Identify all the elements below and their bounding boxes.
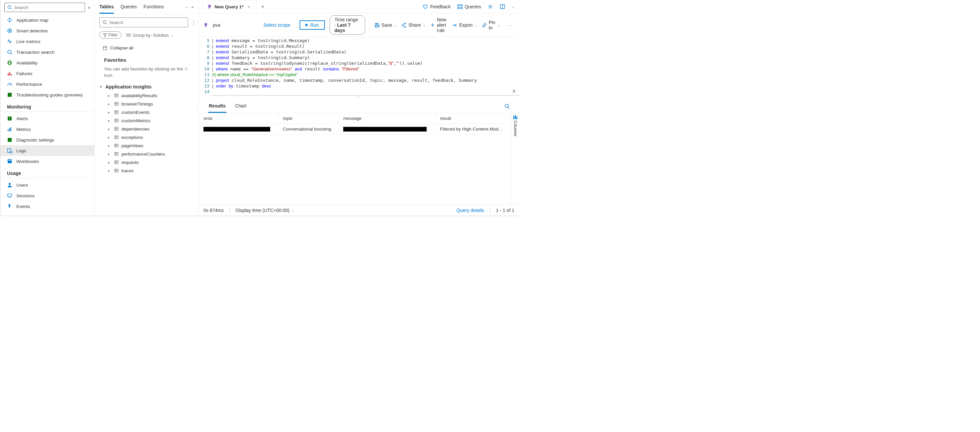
- resize-handle-icon[interactable]: ⋮: [196, 108, 199, 112]
- caret-right-icon: ▸: [108, 152, 111, 156]
- pin-button[interactable]: Pin to⌄: [482, 20, 500, 30]
- table-browserTimings[interactable]: ▸browserTimings: [95, 100, 199, 108]
- table-exceptions[interactable]: ▸exceptions: [95, 133, 199, 142]
- svg-point-29: [9, 183, 11, 185]
- query-duration: 0s 874ms: [204, 208, 224, 213]
- nav-item-label: Sessions: [16, 193, 35, 198]
- collapse-all-button[interactable]: Collapse all: [95, 41, 199, 53]
- nav-search-input[interactable]: [4, 3, 85, 12]
- add-tab-button[interactable]: +: [256, 4, 269, 10]
- svg-rect-13: [8, 73, 9, 75]
- timerange-picker[interactable]: Time range : Last 7 days: [329, 15, 365, 35]
- caret-right-icon: ▸: [108, 119, 111, 123]
- column-header[interactable]: onId: [199, 113, 278, 124]
- nav-item-label: Availability: [16, 61, 38, 65]
- table-requests[interactable]: ▸requests: [95, 158, 199, 167]
- results-tab-results[interactable]: Results: [208, 99, 226, 113]
- svg-point-79: [402, 24, 403, 26]
- table-availabilityResults[interactable]: ▸availabilityResults: [95, 91, 199, 100]
- chevron-down-icon[interactable]: ⌄: [512, 5, 514, 8]
- table-row[interactable]: Conversational boostingFiltered by High …: [199, 124, 511, 134]
- results-search-icon[interactable]: [504, 104, 510, 109]
- nav-item-events[interactable]: Events: [0, 201, 94, 212]
- column-header[interactable]: result: [435, 113, 511, 124]
- columns-panel-toggle[interactable]: Columns: [511, 113, 519, 205]
- svg-rect-51: [115, 128, 118, 131]
- nav-item-application-map[interactable]: Application map: [0, 15, 94, 26]
- svg-rect-22: [10, 127, 11, 131]
- svg-point-8: [8, 50, 11, 53]
- nav-item-users[interactable]: Users: [0, 180, 94, 190]
- mid-tabs-more[interactable]: ··· «: [185, 0, 194, 14]
- display-time-dropdown[interactable]: Display time (UTC+00:00) ⌄: [235, 208, 294, 213]
- query-details-link[interactable]: Query details: [457, 208, 484, 213]
- panel-icon[interactable]: [500, 4, 505, 10]
- table-customMetrics[interactable]: ▸customMetrics: [95, 116, 199, 125]
- queries-button[interactable]: Queries: [457, 4, 481, 10]
- settings-icon[interactable]: [488, 4, 493, 10]
- favorites-heading: Favorites: [95, 53, 199, 64]
- mid-tab-functions[interactable]: Functions: [143, 0, 164, 14]
- collapse-nav-icon[interactable]: «: [88, 5, 91, 10]
- filter-button[interactable]: Filter: [99, 31, 121, 39]
- table-traces[interactable]: ▸traces: [95, 167, 199, 175]
- svg-rect-70: [458, 7, 459, 9]
- svg-rect-76: [376, 23, 378, 24]
- svg-point-78: [405, 23, 406, 24]
- more-icon[interactable]: ···: [505, 23, 514, 28]
- save-button[interactable]: Save⌄: [375, 22, 397, 28]
- nav-item-performance[interactable]: Performance: [0, 79, 94, 89]
- nav-item-workbooks[interactable]: Workbooks: [0, 156, 94, 167]
- table-customEvents[interactable]: ▸customEvents: [95, 108, 199, 116]
- run-button[interactable]: Run: [299, 21, 325, 30]
- map-icon: [7, 18, 12, 23]
- results-grid[interactable]: onIdtopicmessageresult Conversational bo…: [199, 113, 511, 205]
- nav-item-failures[interactable]: Failures: [0, 68, 94, 79]
- nav-item-sessions[interactable]: Sessions: [0, 190, 94, 201]
- more-icon[interactable]: ⋮: [191, 20, 196, 25]
- groupby-dropdown[interactable]: Group by: Solution ⌄: [126, 33, 173, 38]
- nav-item-alerts[interactable]: !Alerts: [0, 113, 94, 124]
- svg-line-16: [10, 84, 11, 86]
- nav-item-availability[interactable]: Availability: [0, 57, 94, 68]
- mid-tab-queries[interactable]: Queries: [121, 0, 137, 14]
- nav-item-label: Alerts: [16, 116, 28, 121]
- share-button[interactable]: Share⌄: [401, 22, 425, 28]
- feedback-button[interactable]: Feedback: [423, 4, 450, 10]
- table-icon: [114, 126, 119, 131]
- tree-group-appinsights[interactable]: ▾ Application Insights: [95, 82, 199, 91]
- nav-item-troubleshooting-guides-preview-[interactable]: Troubleshooting guides (preview): [0, 89, 94, 100]
- collapse-editor-icon[interactable]: [512, 89, 516, 94]
- query-tabstrip: New Query 1* × + Feedback Queries: [199, 0, 519, 13]
- select-scope-link[interactable]: Select scope: [264, 22, 290, 28]
- table-pageViews[interactable]: ▸pageViews: [95, 142, 199, 150]
- results-tab-chart[interactable]: Chart: [234, 99, 247, 113]
- svg-rect-21: [9, 128, 10, 131]
- nav-item-transaction-search[interactable]: Transaction search: [0, 47, 94, 57]
- caret-right-icon: ▸: [108, 94, 111, 97]
- gauge-icon: [7, 81, 12, 87]
- close-icon[interactable]: ×: [246, 4, 251, 10]
- kql-editor[interactable]: 567891011121314 | extend message = tostr…: [199, 37, 519, 96]
- export-button[interactable]: Export⌄: [452, 22, 477, 28]
- column-header[interactable]: message: [339, 113, 435, 124]
- metrics-icon: [7, 126, 12, 132]
- nav-item-logs[interactable]: Logs: [0, 145, 94, 156]
- new-alert-button[interactable]: New alert rule: [430, 17, 448, 33]
- nav-item-smart-detection[interactable]: Smart detection: [0, 26, 94, 36]
- tables-search-input[interactable]: [99, 18, 188, 27]
- nav-item-metrics[interactable]: Metrics: [0, 124, 94, 134]
- scope-name: pva: [213, 22, 221, 28]
- nav-item-label: Application map: [16, 18, 48, 23]
- save-icon: [375, 23, 380, 28]
- query-tab[interactable]: New Query 1* ×: [202, 0, 256, 13]
- splitter-handle[interactable]: ···: [199, 96, 519, 99]
- nav-item-live-metrics[interactable]: Live metrics: [0, 36, 94, 47]
- svg-rect-17: [8, 93, 12, 97]
- table-performanceCounters[interactable]: ▸performanceCounters: [95, 150, 199, 158]
- column-header[interactable]: topic: [278, 113, 338, 124]
- nav-item-diagnostic-settings[interactable]: Diagnostic settings: [0, 134, 94, 145]
- mid-tab-tables[interactable]: Tables: [99, 0, 114, 14]
- cell: [199, 124, 278, 134]
- table-dependencies[interactable]: ▸dependencies: [95, 125, 199, 133]
